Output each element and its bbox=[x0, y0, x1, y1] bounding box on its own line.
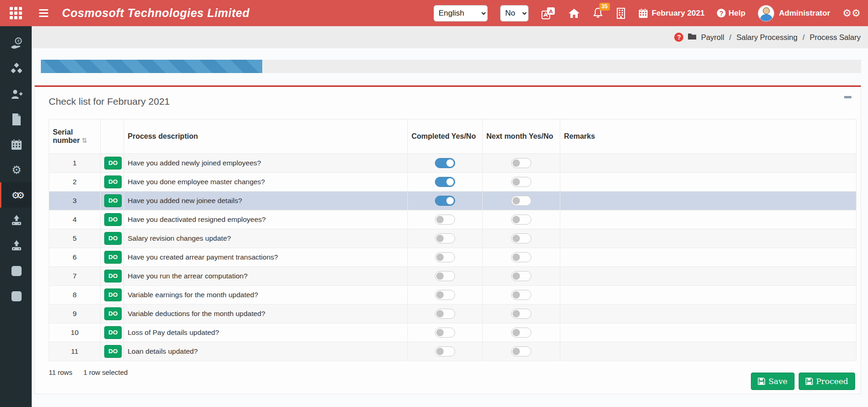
help-label: Help bbox=[728, 9, 745, 18]
menu-icon[interactable] bbox=[36, 6, 51, 20]
completed-toggle[interactable] bbox=[435, 252, 455, 262]
translate-icon[interactable]: A bbox=[541, 6, 556, 20]
sidebar-item-add-employee[interactable] bbox=[0, 81, 32, 107]
next-month-toggle[interactable] bbox=[511, 346, 531, 356]
apps-grid-icon[interactable] bbox=[0, 7, 32, 19]
table-row[interactable]: 1 DO Have you added newly joined employe… bbox=[49, 154, 857, 173]
next-month-toggle[interactable] bbox=[511, 233, 531, 243]
next-month-toggle[interactable] bbox=[511, 309, 531, 319]
table-row[interactable]: 9 DO Variable deductions for the month u… bbox=[49, 305, 857, 323]
serial-cell: 7 bbox=[49, 267, 101, 286]
next-month-toggle[interactable] bbox=[511, 328, 531, 338]
gears-icon[interactable]: ⚙⚙ bbox=[843, 8, 861, 18]
collapse-panel-button[interactable] bbox=[844, 96, 851, 98]
sidebar-item-salary-payment[interactable]: ₹ bbox=[0, 31, 32, 56]
breadcrumb-item[interactable]: Payroll bbox=[701, 33, 724, 42]
do-button[interactable]: DO bbox=[104, 157, 122, 170]
sidebar-item-process-settings[interactable]: ⚙⚙ bbox=[0, 182, 32, 208]
folder-icon bbox=[688, 32, 697, 42]
completed-toggle[interactable] bbox=[435, 196, 455, 206]
completed-toggle[interactable] bbox=[435, 177, 455, 187]
sort-icon[interactable]: ⇅ bbox=[82, 136, 88, 145]
completed-toggle[interactable] bbox=[435, 233, 455, 243]
records-toggle-select[interactable]: No bbox=[500, 5, 529, 22]
salary-payment-icon: ₹ bbox=[10, 37, 23, 51]
next-month-toggle[interactable] bbox=[511, 177, 531, 187]
next-month-toggle[interactable] bbox=[511, 290, 531, 300]
save-button[interactable]: Save bbox=[751, 373, 794, 390]
table-row[interactable]: 7 DO Have you run the arrear computation… bbox=[49, 267, 857, 286]
completed-toggle[interactable] bbox=[435, 215, 455, 225]
next-month-toggle[interactable] bbox=[511, 215, 531, 225]
bell-icon[interactable]: 35 bbox=[592, 7, 603, 19]
remarks-cell bbox=[560, 248, 857, 267]
table-row[interactable]: 5 DO Salary revision changes update? bbox=[49, 229, 857, 248]
svg-text:₹: ₹ bbox=[17, 39, 20, 43]
serial-cell: 8 bbox=[49, 286, 101, 305]
sidebar-item-module-two[interactable] bbox=[0, 283, 32, 309]
table-row[interactable]: 2 DO Have you done employee master chang… bbox=[49, 173, 857, 192]
home-icon[interactable] bbox=[568, 8, 580, 19]
next-month-cell bbox=[483, 173, 560, 192]
breadcrumb-help-icon[interactable]: ? bbox=[674, 33, 683, 42]
sidebar-item-module-one[interactable] bbox=[0, 258, 32, 283]
table-row[interactable]: 11 DO Loan details updated? bbox=[49, 342, 857, 361]
help-button[interactable]: ? Help bbox=[717, 9, 745, 18]
table-row[interactable]: 10 DO Loss of Pay details updated? bbox=[49, 323, 857, 342]
next-month-toggle[interactable] bbox=[511, 252, 531, 262]
breadcrumb-item[interactable]: Process Salary bbox=[810, 33, 861, 42]
sidebar-item-settings[interactable]: ⚙ bbox=[0, 157, 32, 182]
action-cell: DO bbox=[101, 323, 124, 342]
do-button[interactable]: DO bbox=[104, 232, 122, 245]
completed-toggle[interactable] bbox=[435, 290, 455, 300]
do-button[interactable]: DO bbox=[104, 251, 122, 264]
user-menu[interactable]: Administrator bbox=[758, 5, 830, 22]
completed-toggle[interactable] bbox=[435, 158, 455, 168]
sidebar-item-components[interactable] bbox=[0, 56, 32, 81]
next-month-cell bbox=[483, 210, 560, 229]
table-row[interactable]: 8 DO Variable earnings for the month upd… bbox=[49, 286, 857, 305]
payroll-period[interactable]: February 2021 bbox=[638, 8, 705, 18]
do-button[interactable]: DO bbox=[104, 307, 122, 320]
next-month-toggle[interactable] bbox=[511, 158, 531, 168]
calendar-icon bbox=[11, 139, 23, 151]
proceed-button[interactable]: Proceed bbox=[799, 373, 855, 390]
language-select[interactable]: English bbox=[434, 5, 488, 22]
next-month-cell bbox=[483, 267, 560, 286]
action-cell: DO bbox=[101, 173, 124, 192]
description-cell: Loan details updated? bbox=[124, 342, 408, 361]
completed-toggle[interactable] bbox=[435, 346, 455, 356]
svg-text:A: A bbox=[549, 8, 553, 14]
building-icon[interactable] bbox=[616, 7, 626, 19]
do-button[interactable]: DO bbox=[104, 270, 122, 283]
serial-cell: 1 bbox=[49, 154, 101, 173]
table-row[interactable]: 3 DO Have you added new joinee details? bbox=[49, 192, 857, 210]
col-completed: Completed Yes/No bbox=[408, 119, 483, 154]
next-month-toggle[interactable] bbox=[511, 196, 531, 206]
proceed-save-icon bbox=[806, 378, 813, 385]
status-bar: 11 rows 1 row selected bbox=[49, 368, 861, 376]
col-serial-number[interactable]: Serial number⇅ bbox=[49, 119, 101, 154]
do-button[interactable]: DO bbox=[104, 345, 122, 358]
completed-toggle[interactable] bbox=[435, 271, 455, 281]
sidebar-item-upload[interactable] bbox=[0, 208, 32, 233]
selection-count: 1 row selected bbox=[83, 368, 128, 376]
do-button[interactable]: DO bbox=[104, 326, 122, 339]
sidebar-item-upload-secondary[interactable] bbox=[0, 233, 32, 258]
table-row[interactable]: 4 DO Have you deactivated resigned emplo… bbox=[49, 210, 857, 229]
upload-icon bbox=[11, 215, 23, 226]
do-button[interactable]: DO bbox=[104, 213, 122, 226]
period-label: February 2021 bbox=[652, 9, 705, 18]
completed-toggle[interactable] bbox=[435, 328, 455, 338]
breadcrumb-item[interactable]: Salary Processing bbox=[736, 33, 797, 42]
sidebar-item-documents[interactable] bbox=[0, 107, 32, 132]
remarks-cell bbox=[560, 229, 857, 248]
do-button[interactable]: DO bbox=[104, 175, 122, 188]
next-month-toggle[interactable] bbox=[511, 271, 531, 281]
process-gears-icon: ⚙⚙ bbox=[11, 191, 22, 200]
do-button[interactable]: DO bbox=[104, 194, 122, 207]
do-button[interactable]: DO bbox=[104, 288, 122, 301]
completed-toggle[interactable] bbox=[435, 309, 455, 319]
sidebar-item-calendar[interactable] bbox=[0, 132, 32, 157]
table-row[interactable]: 6 DO Have you created arrear payment tra… bbox=[49, 248, 857, 267]
